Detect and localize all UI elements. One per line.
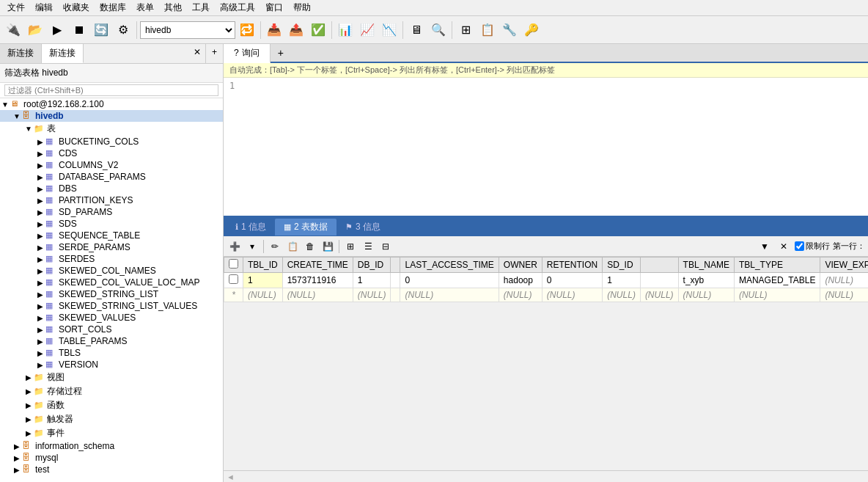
col-header-view-expan[interactable]: VIEW_EXPAN: [820, 258, 868, 273]
list-item[interactable]: ▶▦TBLS: [0, 347, 223, 359]
t-expand[interactable]: ▶: [35, 349, 45, 357]
t-expand[interactable]: ▶: [35, 150, 45, 158]
mysql-expand-icon[interactable]: ▶: [12, 454, 22, 462]
sidebar-tab-close[interactable]: ✕: [189, 44, 205, 63]
open-btn[interactable]: 📂: [25, 20, 45, 40]
new-create-time[interactable]: (NULL): [282, 288, 353, 302]
toolbar-btn-3[interactable]: ✅: [308, 20, 328, 40]
new-tbl-id[interactable]: (NULL): [243, 288, 283, 302]
filter-btn[interactable]: ▼: [757, 238, 773, 255]
hivedb-expand-icon[interactable]: ▼: [12, 112, 22, 120]
new-connection-btn[interactable]: 🔌: [3, 20, 23, 40]
result-tb-list[interactable]: ☰: [360, 238, 376, 255]
db-dropdown[interactable]: hivedb information_schema mysql test: [140, 21, 235, 39]
t-expand[interactable]: ▶: [35, 185, 45, 193]
list-item[interactable]: ▶▦DBS: [0, 183, 223, 194]
t-expand[interactable]: ▶: [35, 326, 45, 334]
tree-procs-group[interactable]: ▶ 📁 存储过程: [0, 384, 223, 398]
result-tb-dropdown[interactable]: ▾: [244, 238, 260, 255]
list-item[interactable]: ▶▦SKEWED_COL_VALUE_LOC_MAP: [0, 277, 223, 288]
list-item[interactable]: ▶▦SD_PARAMS: [0, 206, 223, 218]
result-tb-grid[interactable]: ⊞: [342, 238, 358, 255]
list-item[interactable]: ▶▦SORT_COLS: [0, 324, 223, 335]
t-expand[interactable]: ▶: [35, 232, 45, 240]
result-tab-info3[interactable]: ⚑ 3 信息: [336, 219, 389, 235]
t-expand[interactable]: ▶: [35, 244, 45, 252]
sidebar-tab-2[interactable]: 新连接: [42, 44, 84, 63]
procs-expand-icon[interactable]: ▶: [23, 387, 34, 395]
new-tbl-type[interactable]: (NULL): [734, 288, 820, 302]
run-btn[interactable]: ▶: [47, 20, 67, 40]
filter-input[interactable]: [4, 84, 218, 96]
triggers-expand-icon[interactable]: ▶: [23, 415, 34, 423]
list-item[interactable]: ▶▦SKEWED_VALUES: [0, 312, 223, 324]
toolbar-btn-10[interactable]: 📋: [477, 20, 498, 40]
row-select-1[interactable]: [229, 274, 238, 284]
cell-owner-1[interactable]: hadoop: [499, 273, 542, 288]
cell-db-id-1[interactable]: 1: [353, 273, 391, 288]
cell-create-time-1[interactable]: 1573711916: [282, 273, 353, 288]
list-item[interactable]: ▶▦DATABASE_PARAMS: [0, 171, 223, 183]
list-item[interactable]: ▶▦SERDE_PARAMS: [0, 241, 223, 253]
hscroll[interactable]: ◄: [224, 470, 868, 482]
cell-sd-id-1[interactable]: 1: [603, 273, 641, 288]
new-db-id[interactable]: (NULL): [353, 288, 391, 302]
tables-expand-icon[interactable]: ▼: [23, 125, 34, 133]
t-expand[interactable]: ▶: [35, 361, 45, 369]
toolbar-btn-11[interactable]: 🔧: [499, 20, 520, 40]
toolbar-btn-7[interactable]: 🖥: [406, 20, 427, 40]
new-sd-id[interactable]: (NULL): [603, 288, 641, 302]
col-header-tbl-id[interactable]: TBL_ID: [243, 258, 283, 273]
list-item[interactable]: ▶▦PARTITION_KEYS: [0, 194, 223, 206]
t-expand[interactable]: ▶: [35, 302, 45, 310]
col-header-last-access[interactable]: LAST_ACCESS_TIME: [400, 258, 499, 273]
result-tb-col[interactable]: ⊟: [378, 238, 394, 255]
result-tb-copy[interactable]: 📋: [284, 238, 301, 255]
new-last-access[interactable]: (NULL): [400, 288, 499, 302]
tree-information-schema[interactable]: ▶ 🗄 information_schema: [0, 440, 223, 452]
cell-view-expan-1[interactable]: (NULL): [820, 273, 868, 288]
col-header-checkbox[interactable]: [224, 258, 243, 273]
cell-last-access-1[interactable]: 0: [400, 273, 499, 288]
views-expand-icon[interactable]: ▶: [23, 373, 34, 381]
t-expand[interactable]: ▶: [35, 279, 45, 287]
editor-content[interactable]: 1: [224, 78, 868, 94]
col-header-col9[interactable]: [640, 258, 678, 273]
filter-clear-btn[interactable]: ✕: [776, 238, 792, 255]
tree-funcs-group[interactable]: ▶ 📁 函数: [0, 398, 223, 412]
result-tb-save[interactable]: 💾: [320, 238, 336, 255]
table-row-new[interactable]: * (NULL) (NULL) (NULL) (NULL) (NULL) (NU…: [224, 288, 869, 302]
col-header-retention[interactable]: RETENTION: [542, 258, 602, 273]
col-header-col4[interactable]: [391, 258, 400, 273]
col-header-sd-id[interactable]: SD_ID: [603, 258, 641, 273]
toolbar-btn-8[interactable]: 🔍: [428, 20, 449, 40]
result-tab-data[interactable]: ▦ 2 表数据: [275, 219, 336, 235]
list-item[interactable]: ▶▦SDS: [0, 218, 223, 230]
list-item[interactable]: ▶▦VERSION: [0, 359, 223, 370]
menu-window[interactable]: 窗口: [261, 0, 287, 15]
col-header-tbl-type[interactable]: TBL_TYPE: [734, 258, 820, 273]
cell-tbl-name-1[interactable]: t_xyb: [678, 273, 734, 288]
toolbar-btn-1[interactable]: 📥: [264, 20, 284, 40]
is-expand-icon[interactable]: ▶: [12, 442, 22, 450]
col-header-owner[interactable]: OWNER: [499, 258, 542, 273]
tree-triggers-group[interactable]: ▶ 📁 触发器: [0, 412, 223, 426]
list-item[interactable]: ▶▦TABLE_PARAMS: [0, 335, 223, 347]
menu-tools[interactable]: 工具: [188, 0, 214, 15]
menu-edit[interactable]: 编辑: [31, 0, 57, 15]
result-tab-info1[interactable]: ℹ 1 信息: [227, 219, 275, 235]
tree-views-group[interactable]: ▶ 📁 视图: [0, 370, 223, 384]
list-item[interactable]: ▶▦CDS: [0, 147, 223, 159]
list-item[interactable]: ▶▦SERDES: [0, 253, 223, 265]
toolbar-btn-6[interactable]: 📉: [379, 20, 400, 40]
list-item[interactable]: ▶▦SKEWED_STRING_LIST: [0, 288, 223, 300]
toolbar-btn-5[interactable]: 📈: [357, 20, 378, 40]
menu-file[interactable]: 文件: [3, 0, 29, 15]
stop-btn[interactable]: ⏹: [69, 20, 89, 40]
menu-database[interactable]: 数据库: [95, 0, 130, 15]
toolbar-btn-2[interactable]: 📤: [286, 20, 306, 40]
list-item[interactable]: ▶▦BUCKETING_COLS: [0, 136, 223, 147]
t-expand[interactable]: ▶: [35, 208, 45, 216]
toolbar-btn-12[interactable]: 🔑: [521, 20, 542, 40]
tree-events-group[interactable]: ▶ 📁 事件: [0, 426, 223, 440]
